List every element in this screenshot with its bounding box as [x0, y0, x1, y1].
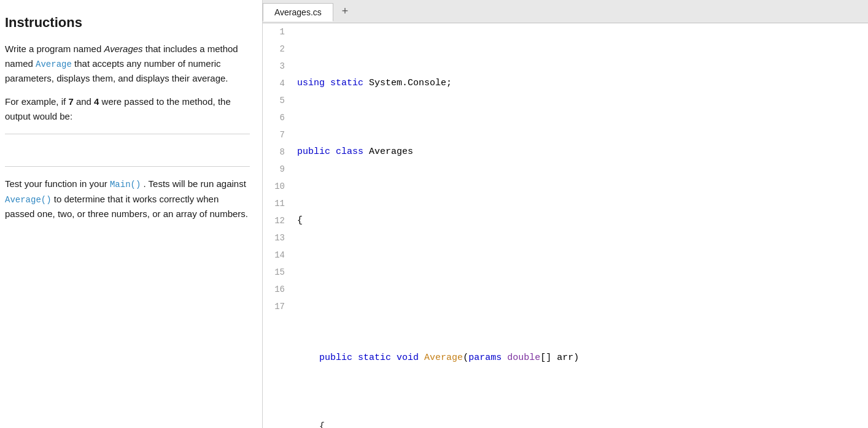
line-numbers: 1 2 3 4 5 6 7 8 9 10 11 12 13 14 15 16 1… — [263, 23, 292, 428]
code-line-4 — [297, 281, 868, 298]
average-fn-code-ref: Average() — [5, 195, 52, 205]
kw-public-2: public — [319, 350, 352, 367]
line-num-14: 14 — [273, 246, 285, 264]
kw-public-1: public — [297, 143, 330, 161]
number-4: 4 — [94, 96, 99, 107]
instructions-bottom-section: Test your function in your Main() . Test… — [5, 177, 250, 221]
add-tab-button[interactable]: + — [336, 2, 355, 20]
kw-static-2: static — [358, 350, 391, 367]
space-3 — [330, 143, 336, 161]
line-num-7: 7 — [273, 126, 285, 143]
instructions-panel: Instructions Write a program named Avera… — [0, 0, 263, 428]
kw-params: params — [468, 350, 502, 367]
instructions-title: Instructions — [5, 15, 250, 31]
divider-1 — [5, 134, 250, 134]
kw-double: double — [507, 350, 540, 367]
brace-6: { — [319, 418, 325, 428]
code-content[interactable]: using static System.Console; public clas… — [292, 23, 868, 428]
instructions-paragraph-2: For example, if 7 and 4 were passed to t… — [5, 94, 250, 124]
line-num-4: 4 — [273, 75, 285, 92]
average-code-ref: Average — [36, 59, 72, 69]
code-line-2: public class Averages — [297, 143, 868, 161]
space-2: System.Console; — [363, 75, 452, 92]
kw-void-1: void — [397, 350, 419, 367]
code-line-5: public static void Average(params double… — [297, 350, 868, 367]
method-average: Average — [424, 350, 463, 367]
line-num-8: 8 — [273, 143, 285, 161]
space-4: Averages — [363, 143, 413, 161]
line-num-10: 10 — [273, 178, 285, 195]
main-code-ref: Main() — [110, 180, 141, 189]
kw-using: using — [297, 75, 325, 92]
line-num-17: 17 — [273, 298, 285, 315]
indent-6 — [297, 418, 319, 428]
line-num-2: 2 — [273, 40, 285, 58]
editor-panel: Averages.cs + 1 2 3 4 5 6 7 8 9 10 11 12… — [263, 0, 868, 428]
averages-italic: Averages — [104, 44, 142, 54]
sp-5b — [391, 350, 397, 367]
kw-class: class — [336, 143, 363, 161]
line-num-6: 6 — [273, 109, 285, 126]
line-num-15: 15 — [273, 264, 285, 281]
code-line-6: { — [297, 418, 868, 428]
number-7: 7 — [68, 96, 73, 107]
code-line-3: { — [297, 212, 868, 229]
sp-5a — [352, 350, 358, 367]
instructions-paragraph-3: Test your function in your Main() . Test… — [5, 177, 250, 221]
sp-5d: ( — [463, 350, 468, 367]
code-editor[interactable]: 1 2 3 4 5 6 7 8 9 10 11 12 13 14 15 16 1… — [263, 23, 868, 428]
instructions-paragraph-1: Write a program named Averages that incl… — [5, 42, 250, 86]
line-num-9: 9 — [273, 161, 285, 178]
tab-bar: Averages.cs + — [263, 0, 868, 23]
line-num-13: 13 — [273, 229, 285, 246]
brace-open-1: { — [297, 212, 303, 229]
indent-5 — [297, 350, 319, 367]
space-1 — [325, 75, 330, 92]
line-num-11: 11 — [273, 195, 285, 212]
divider-2 — [5, 166, 250, 167]
tab-averages-cs[interactable]: Averages.cs — [263, 3, 333, 21]
code-line-1: using static System.Console; — [297, 75, 868, 92]
line-num-3: 3 — [273, 58, 285, 75]
line-num-5: 5 — [273, 92, 285, 109]
line-num-16: 16 — [273, 281, 285, 298]
example-output — [5, 144, 250, 156]
kw-static-1: static — [330, 75, 363, 92]
line-num-12: 12 — [273, 212, 285, 229]
sp-5e — [502, 350, 507, 367]
sp-5f: [] arr) — [540, 350, 579, 367]
sp-5c — [419, 350, 424, 367]
line-num-1: 1 — [273, 23, 285, 40]
